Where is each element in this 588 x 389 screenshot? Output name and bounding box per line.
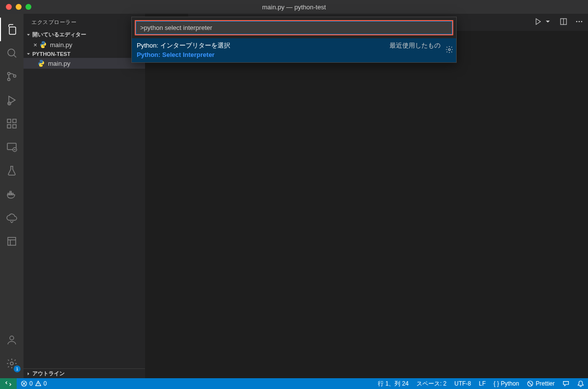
eol[interactable]: LF bbox=[475, 378, 490, 389]
split-editor-icon[interactable] bbox=[560, 18, 567, 27]
svg-rect-5 bbox=[7, 119, 11, 123]
command-palette-result[interactable]: Python: インタープリターを選択 Python: Select Inter… bbox=[132, 38, 456, 62]
workspace-header[interactable]: PYTHON-TEST bbox=[24, 50, 145, 58]
file-name: main.py bbox=[48, 60, 71, 67]
svg-point-20 bbox=[576, 21, 578, 22]
file-tree-item[interactable]: main.py bbox=[24, 58, 145, 69]
notifications-icon[interactable] bbox=[573, 378, 588, 389]
more-icon[interactable] bbox=[575, 18, 583, 27]
svg-rect-8 bbox=[13, 119, 16, 123]
svg-point-17 bbox=[10, 362, 13, 365]
feedback-icon[interactable] bbox=[559, 378, 573, 389]
activity-bar: 1 bbox=[0, 14, 24, 378]
run-icon[interactable] bbox=[534, 18, 542, 27]
layout-icon[interactable] bbox=[0, 230, 24, 253]
chevron-down-icon bbox=[24, 51, 32, 57]
open-editor-name: main.py bbox=[50, 41, 73, 49]
sidebar: エクスプローラー 開いているエディター × main.py PYTHON-TES… bbox=[24, 14, 145, 378]
search-icon[interactable] bbox=[0, 41, 24, 65]
editor-area: main.py main.py bbox=[145, 14, 588, 378]
run-debug-icon[interactable] bbox=[0, 88, 24, 112]
outline-header[interactable]: アウトライン bbox=[24, 369, 145, 378]
remote-indicator[interactable] bbox=[0, 378, 17, 389]
svg-rect-7 bbox=[13, 125, 16, 128]
window-controls bbox=[6, 4, 31, 10]
editor-body[interactable] bbox=[145, 42, 588, 378]
close-editor-icon[interactable]: × bbox=[31, 41, 39, 49]
cloud-icon[interactable] bbox=[0, 206, 24, 230]
open-editor-item[interactable]: × main.py bbox=[24, 39, 145, 50]
svg-point-3 bbox=[14, 75, 16, 78]
prettier-label: Prettier bbox=[536, 380, 555, 387]
svg-rect-14 bbox=[10, 191, 11, 193]
command-palette: Python: インタープリターを選択 Python: Select Inter… bbox=[131, 17, 457, 63]
svg-point-23 bbox=[448, 49, 450, 51]
tab-actions bbox=[534, 18, 588, 27]
settings-badge: 1 bbox=[14, 365, 21, 372]
workspace-name: PYTHON-TEST bbox=[32, 51, 71, 57]
outline-label: アウトライン bbox=[32, 370, 65, 377]
svg-point-22 bbox=[581, 21, 583, 22]
svg-point-0 bbox=[8, 49, 15, 56]
open-editors-label: 開いているエディター bbox=[32, 31, 86, 38]
status-bar: 0 0 行 1、列 24 スペース: 2 UTF-8 LF { } Python… bbox=[0, 378, 588, 389]
warnings-count: 0 bbox=[44, 380, 47, 387]
result-title-jp: Python: インタープリターを選択 bbox=[137, 41, 390, 50]
language-mode[interactable]: { } Python bbox=[490, 378, 523, 389]
svg-point-21 bbox=[579, 21, 580, 22]
close-window-button[interactable] bbox=[6, 4, 12, 10]
indentation[interactable]: スペース: 2 bbox=[413, 378, 450, 389]
source-control-icon[interactable] bbox=[0, 65, 24, 88]
highlight-box bbox=[135, 20, 453, 35]
explorer-icon[interactable] bbox=[0, 18, 24, 41]
chevron-right-icon bbox=[24, 371, 32, 377]
svg-point-1 bbox=[8, 73, 10, 75]
accounts-icon[interactable] bbox=[0, 328, 24, 352]
testing-icon[interactable] bbox=[0, 159, 24, 182]
open-editors-header[interactable]: 開いているエディター bbox=[24, 30, 145, 39]
encoding[interactable]: UTF-8 bbox=[450, 378, 475, 389]
result-recent-label: 最近使用したもの bbox=[390, 41, 441, 50]
svg-point-2 bbox=[8, 78, 10, 81]
sidebar-title: エクスプローラー bbox=[24, 14, 145, 30]
docker-icon[interactable] bbox=[0, 182, 24, 206]
result-title-en: Python: Select Interpreter bbox=[137, 51, 390, 58]
extensions-icon[interactable] bbox=[0, 112, 24, 135]
problems-item[interactable]: 0 0 bbox=[17, 378, 50, 389]
chevron-down-icon[interactable] bbox=[544, 18, 552, 27]
chevron-down-icon bbox=[24, 32, 32, 38]
maximize-window-button[interactable] bbox=[25, 4, 31, 10]
svg-point-16 bbox=[10, 336, 14, 340]
settings-gear-icon[interactable]: 1 bbox=[0, 352, 24, 375]
gear-icon[interactable] bbox=[445, 46, 453, 55]
svg-rect-15 bbox=[8, 237, 16, 245]
python-file-icon bbox=[39, 41, 47, 49]
errors-count: 0 bbox=[29, 380, 33, 387]
python-file-icon bbox=[37, 59, 45, 67]
svg-rect-6 bbox=[7, 125, 11, 128]
window-title: main.py — python-test bbox=[262, 3, 326, 11]
remote-explorer-icon[interactable] bbox=[0, 135, 24, 159]
titlebar: main.py — python-test bbox=[0, 0, 588, 14]
minimize-window-button[interactable] bbox=[16, 4, 22, 10]
cursor-position[interactable]: 行 1、列 24 bbox=[374, 378, 413, 389]
command-palette-input[interactable] bbox=[136, 21, 452, 34]
prettier-status[interactable]: Prettier bbox=[523, 378, 559, 389]
